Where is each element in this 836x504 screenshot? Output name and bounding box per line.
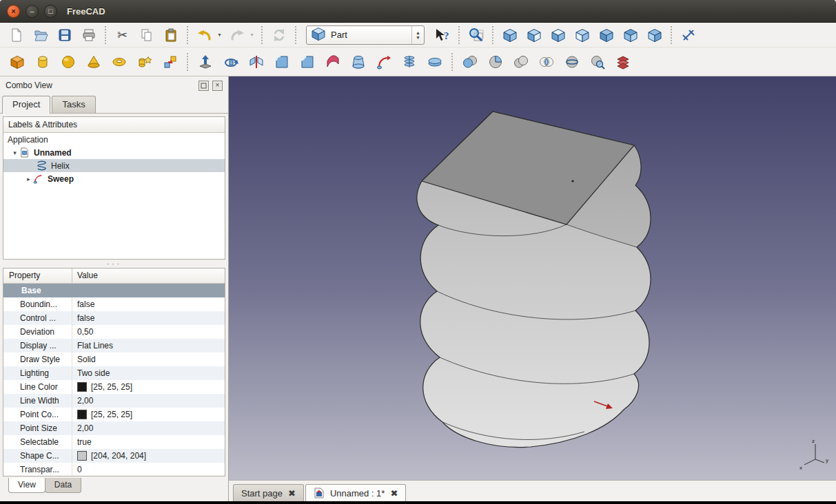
part-section-button[interactable] [560,50,584,74]
minimize-window-button[interactable]: – [26,5,39,18]
tree-header: Labels & Attributes [3,117,225,133]
part-shape-builder-button[interactable] [158,50,182,74]
whats-this-button[interactable]: ? [431,25,453,45]
undo-dropdown-button[interactable]: ▾ [215,25,224,45]
part-sphere-button[interactable] [56,50,80,74]
part-sweep-button[interactable] [371,50,396,74]
maximize-window-button[interactable]: □ [44,5,57,18]
fit-all-button[interactable] [465,25,487,45]
tab-tasks[interactable]: Tasks [52,96,95,113]
view-front-button[interactable] [522,25,545,45]
part-cone-button[interactable] [81,50,105,74]
new-file-button[interactable] [5,25,28,45]
property-row-point-co[interactable]: Point Co...[25, 25, 25] [3,408,225,421]
part-box-button[interactable] [5,50,29,74]
part-thickness-button[interactable] [422,50,447,74]
tree-item-application[interactable]: Application [3,133,225,146]
paste-button[interactable] [159,25,182,45]
part-cylinder-button[interactable] [30,50,54,74]
print-button[interactable] [77,25,100,45]
view-rear-button[interactable] [595,25,618,45]
property-value[interactable]: 2,00 [72,421,225,435]
combo-spinner-icon[interactable]: ▲▼ [411,26,424,44]
collapse-icon[interactable]: ▾ [10,149,19,156]
close-window-button[interactable]: × [7,5,20,18]
close-tab-icon[interactable]: ✖ [390,489,398,498]
tree-item-helix[interactable]: Helix [3,159,225,172]
property-value[interactable]: Solid [72,353,225,366]
tree-item-sweep[interactable]: ▸Sweep [3,172,225,185]
redo-dropdown-button[interactable]: ▾ [247,25,256,45]
save-file-button[interactable] [53,25,76,45]
part-check-geometry-button[interactable] [585,50,609,74]
part-union-button[interactable] [509,50,533,74]
property-row-line-color[interactable]: Line Color[25, 25, 25] [3,380,225,394]
float-panel-icon[interactable] [198,81,209,91]
property-row-lighting[interactable]: LightingTwo side [3,366,225,380]
property-value[interactable]: 0 [72,463,225,476]
property-row-display[interactable]: Display ...Flat Lines [3,339,225,353]
property-value[interactable]: true [72,435,225,449]
property-value[interactable]: Two side [72,366,225,380]
property-rows: BaseBoundin...falseControl ...falseDevia… [3,284,225,476]
property-row-control[interactable]: Control ...false [3,311,225,325]
part-primitives-button[interactable] [132,50,156,74]
property-value[interactable]: 0,50 [72,325,225,339]
property-row-boundin[interactable]: Boundin...false [3,297,225,311]
undo-button[interactable] [193,25,216,45]
3d-viewport[interactable]: z x y [229,76,836,480]
part-cross-sections-button[interactable] [611,50,635,74]
refresh-button[interactable] [267,25,290,45]
property-value[interactable]: 2,00 [72,394,225,408]
property-group-base[interactable]: Base [3,284,225,297]
sweep-solid[interactable] [417,112,651,448]
redo-button[interactable] [225,25,248,45]
part-fillet-button[interactable] [269,50,294,74]
part-offset-button[interactable] [397,50,421,74]
tab-project[interactable]: Project [2,96,50,114]
tree-item-unnamed[interactable]: ▾Unnamed [3,146,225,159]
property-row-transpar[interactable]: Transpar...0 [3,463,225,476]
tab-data[interactable]: Data [45,478,81,493]
part-ruled-surface-button[interactable] [320,50,345,74]
mdi-tab-start-page[interactable]: Start page✖ [233,484,304,501]
open-file-button[interactable] [29,25,52,45]
workbench-selector[interactable]: Part▲▼ [306,25,425,45]
property-row-point-size[interactable]: Point Size2,00 [3,421,225,435]
part-mirror-button[interactable] [244,50,268,74]
close-tab-icon[interactable]: ✖ [288,489,296,498]
part-revolve-button[interactable] [218,50,243,74]
property-value[interactable]: false [72,297,225,311]
part-torus-button[interactable] [107,50,131,74]
copy-button[interactable] [135,25,158,45]
part-cut-button[interactable] [483,50,507,74]
property-name: Point Size [3,421,72,435]
property-value[interactable]: [204, 204, 204] [72,449,225,463]
property-value[interactable]: Flat Lines [72,339,225,353]
part-common-button[interactable] [534,50,558,74]
part-loft-button[interactable] [346,50,370,74]
property-row-deviation[interactable]: Deviation0,50 [3,325,225,339]
view-right-button[interactable] [571,25,593,45]
part-chamfer-button[interactable] [295,50,319,74]
view-left-button[interactable] [643,25,666,45]
expand-icon[interactable]: ▸ [24,176,33,182]
property-value[interactable]: false [72,311,225,325]
measure-linear-button[interactable] [677,25,700,45]
part-extrude-button[interactable] [193,50,217,74]
view-bottom-button[interactable] [619,25,642,45]
view-top-button[interactable] [547,25,569,45]
close-panel-icon[interactable]: × [212,81,223,91]
view-axonometric-button[interactable] [498,25,521,45]
splitter-handle[interactable]: ··· [0,260,228,268]
part-boolean-button[interactable] [458,50,482,74]
property-row-selectable[interactable]: Selectabletrue [3,435,225,449]
cut-button[interactable]: ✂ [111,25,134,45]
tab-view[interactable]: View [8,478,45,493]
property-value[interactable]: [25, 25, 25] [72,380,225,394]
property-row-draw-style[interactable]: Draw StyleSolid [3,353,225,366]
property-value[interactable]: [25, 25, 25] [72,408,225,421]
property-row-shape-c[interactable]: Shape C...[204, 204, 204] [3,449,225,463]
property-row-line-width[interactable]: Line Width2,00 [3,394,225,408]
mdi-tab-unnamed-1[interactable]: Unnamed : 1*✖ [305,484,406,501]
